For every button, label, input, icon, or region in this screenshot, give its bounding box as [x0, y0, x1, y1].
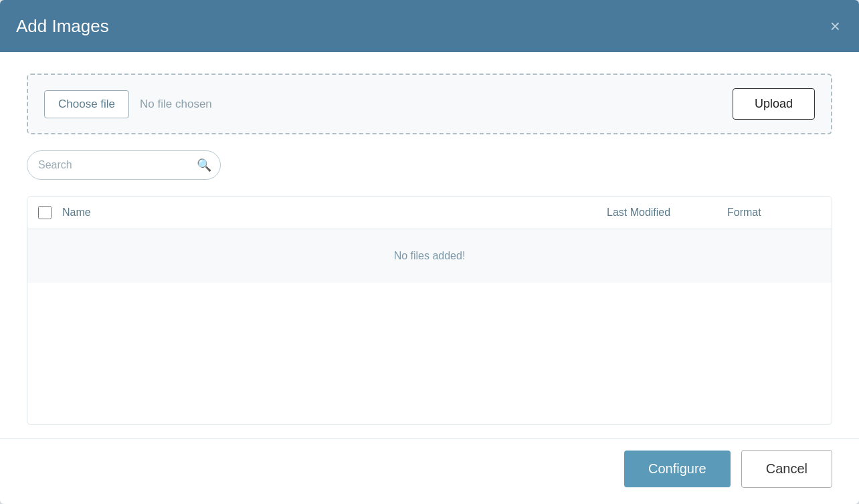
file-table: Name Last Modified Format No files added… — [27, 196, 832, 425]
search-wrapper: 🔍 — [27, 150, 221, 180]
file-input-group: Choose file No file chosen — [44, 90, 212, 118]
empty-message: No files added! — [394, 250, 466, 262]
table-header: Name Last Modified Format — [27, 197, 832, 229]
cancel-button[interactable]: Cancel — [741, 450, 832, 488]
search-input[interactable] — [27, 150, 221, 180]
close-button[interactable]: × — [828, 15, 843, 37]
column-format-header: Format — [727, 207, 821, 219]
no-file-label: No file chosen — [140, 98, 212, 111]
upload-button[interactable]: Upload — [733, 88, 815, 120]
column-name-header: Name — [62, 207, 607, 219]
search-container: 🔍 — [27, 150, 832, 180]
dialog-footer: Configure Cancel — [0, 438, 859, 504]
choose-file-button[interactable]: Choose file — [44, 90, 129, 118]
table-body: No files added! — [27, 229, 832, 283]
dialog-body: Choose file No file chosen Upload 🔍 Name… — [0, 52, 859, 438]
column-last-modified-header: Last Modified — [607, 207, 727, 219]
add-images-dialog: Add Images × Choose file No file chosen … — [0, 0, 859, 504]
file-upload-area: Choose file No file chosen Upload — [27, 74, 832, 134]
dialog-title: Add Images — [16, 16, 109, 37]
configure-button[interactable]: Configure — [624, 451, 731, 487]
dialog-header: Add Images × — [0, 0, 859, 52]
select-all-checkbox[interactable] — [38, 206, 52, 219]
